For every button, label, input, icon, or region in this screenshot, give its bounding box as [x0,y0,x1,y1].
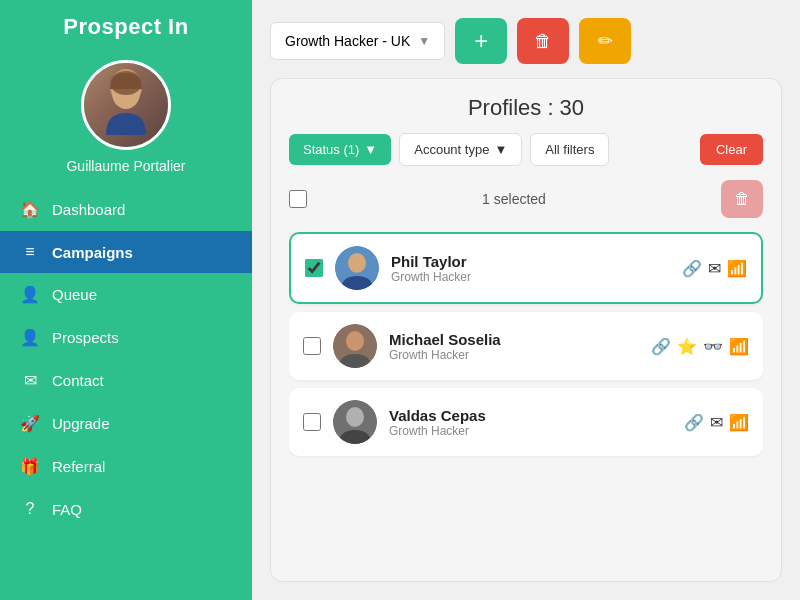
prospect-name: Michael Soselia [389,331,639,348]
sidebar-header: Prospect In [0,0,252,50]
sidebar-item-upgrade[interactable]: 🚀 Upgrade [0,402,252,445]
app-title-regular: Prospect [63,14,161,39]
avatar-image [333,400,377,444]
prospect-name: Phil Taylor [391,253,670,270]
prospect-checkbox[interactable] [303,413,321,431]
upgrade-icon: 🚀 [20,414,40,433]
queue-icon: 👤 [20,285,40,304]
pencil-icon: ✏ [598,30,613,52]
mail-icon[interactable]: ✉ [710,413,723,432]
sidebar-label-queue: Queue [52,286,97,303]
link-icon[interactable]: 🔗 [682,259,702,278]
avatar-image [84,60,168,150]
prospect-role: Growth Hacker [389,348,639,362]
status-filter-label: Status (1) [303,142,359,157]
svg-point-7 [346,331,364,351]
account-type-filter-button[interactable]: Account type ▼ [399,133,522,166]
referral-icon: 🎁 [20,457,40,476]
sidebar-item-dashboard[interactable]: 🏠 Dashboard [0,188,252,231]
all-filters-button[interactable]: All filters [530,133,609,166]
account-type-label: Account type [414,142,489,157]
prospect-info: Valdas Cepas Growth Hacker [389,407,672,438]
sidebar-item-contact[interactable]: ✉ Contact [0,359,252,402]
sidebar-label-campaigns: Campaigns [52,244,133,261]
rss-icon[interactable]: 📶 [727,259,747,278]
link-icon[interactable]: 🔗 [651,337,671,356]
sidebar-label-contact: Contact [52,372,104,389]
faq-icon: ? [20,500,40,518]
prospect-role: Growth Hacker [389,424,672,438]
prospect-role: Growth Hacker [391,270,670,284]
sidebar-label-prospects: Prospects [52,329,119,346]
profiles-panel: Profiles : 30 Status (1) ▼ Account type … [270,78,782,582]
mail-icon[interactable]: ✉ [708,259,721,278]
app-title: Prospect In [0,14,252,40]
sidebar-label-dashboard: Dashboard [52,201,125,218]
trash-icon: 🗑 [734,190,750,208]
prospect-name: Valdas Cepas [389,407,672,424]
prospect-list: Phil Taylor Growth Hacker 🔗 ✉ 📶 [289,232,763,565]
sidebar-item-campaigns[interactable]: ≡ Campaigns [0,231,252,273]
username: Guillaume Portalier [66,158,185,174]
sidebar-item-faq[interactable]: ? FAQ [0,488,252,530]
chevron-down-icon: ▼ [494,142,507,157]
sidebar: Prospect In Guillaume Portalier 🏠 Dashbo… [0,0,252,600]
status-filter-button[interactable]: Status (1) ▼ [289,134,391,165]
avatar-image [335,246,379,290]
svg-point-5 [348,253,366,273]
prospect-actions: 🔗 ✉ 📶 [684,413,749,432]
prospects-icon: 👤 [20,328,40,347]
prospect-item: Valdas Cepas Growth Hacker 🔗 ✉ 📶 [289,388,763,456]
star-icon[interactable]: ⭐ [677,337,697,356]
prospect-info: Phil Taylor Growth Hacker [391,253,670,284]
sidebar-label-referral: Referral [52,458,105,475]
sidebar-item-referral[interactable]: 🎁 Referral [0,445,252,488]
select-all-checkbox[interactable] [289,190,307,208]
edit-button[interactable]: ✏ [579,18,631,64]
rss-icon[interactable]: 📶 [729,337,749,356]
prospect-item: Phil Taylor Growth Hacker 🔗 ✉ 📶 [289,232,763,304]
avatar-image [333,324,377,368]
clear-label: Clear [716,142,747,157]
prospect-checkbox[interactable] [305,259,323,277]
prospect-info: Michael Soselia Growth Hacker [389,331,639,362]
clear-filter-button[interactable]: Clear [700,134,763,165]
sidebar-item-queue[interactable]: 👤 Queue [0,273,252,316]
campaign-dropdown[interactable]: Growth Hacker - UK ▼ [270,22,445,60]
link-icon[interactable]: 🔗 [684,413,704,432]
plus-icon: + [474,27,488,55]
svg-point-9 [346,407,364,427]
chevron-down-icon: ▼ [364,142,377,157]
delete-button[interactable]: 🗑 [517,18,569,64]
prospect-checkbox[interactable] [303,337,321,355]
menu-icon: ≡ [20,243,40,261]
app-title-bold: In [161,14,188,39]
avatar [81,60,171,150]
prospect-actions: 🔗 ✉ 📶 [682,259,747,278]
prospect-avatar [333,324,377,368]
add-button[interactable]: + [455,18,507,64]
all-filters-label: All filters [545,142,594,157]
chevron-down-icon: ▼ [418,34,430,48]
prospect-avatar [333,400,377,444]
sidebar-label-faq: FAQ [52,501,82,518]
topbar: Growth Hacker - UK ▼ + 🗑 ✏ [270,18,782,64]
selection-bar: 1 selected 🗑 [289,178,763,220]
sidebar-item-prospects[interactable]: 👤 Prospects [0,316,252,359]
selected-count: 1 selected [307,191,721,207]
home-icon: 🏠 [20,200,40,219]
sidebar-label-upgrade: Upgrade [52,415,110,432]
campaign-name: Growth Hacker - UK [285,33,410,49]
main-content: Growth Hacker - UK ▼ + 🗑 ✏ Profiles : 30… [252,0,800,600]
prospect-avatar [335,246,379,290]
profiles-title: Profiles : 30 [289,95,763,121]
sidebar-nav: 🏠 Dashboard ≡ Campaigns 👤 Queue 👤 Prospe… [0,188,252,530]
contact-icon: ✉ [20,371,40,390]
trash-icon: 🗑 [534,31,552,52]
filters-bar: Status (1) ▼ Account type ▼ All filters … [289,133,763,166]
prospect-actions: 🔗 ⭐ 👓 📶 [651,337,749,356]
glasses-icon[interactable]: 👓 [703,337,723,356]
delete-selected-button[interactable]: 🗑 [721,180,763,218]
prospect-item: Michael Soselia Growth Hacker 🔗 ⭐ 👓 📶 [289,312,763,380]
rss-icon[interactable]: 📶 [729,413,749,432]
